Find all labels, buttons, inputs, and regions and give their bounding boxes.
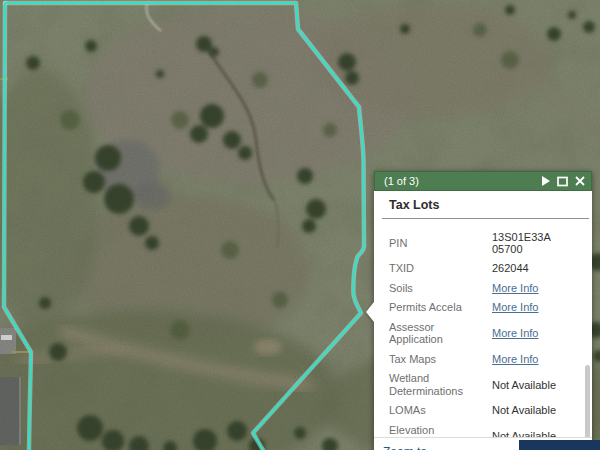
field-value: Not Available (492, 379, 556, 391)
field-value: 262044 (492, 262, 529, 274)
title-divider (382, 218, 589, 219)
field-label: LOMAs (389, 404, 492, 417)
bottom-right-navy-bar (519, 440, 600, 450)
map-application-window: (1 of 3) Tax Lots PIN13S01E33A 05700TXID… (0, 0, 600, 450)
field-table: PIN13S01E33A 05700TXID262044SoilsMore In… (374, 231, 592, 437)
field-label: PIN (389, 237, 492, 250)
field-row: Assessor ApplicationMore Info (389, 321, 582, 346)
popup-scrollbar[interactable] (585, 365, 590, 437)
field-label: Soils (389, 282, 492, 295)
popup-title: Tax Lots (389, 198, 592, 212)
field-row: TXID262044 (389, 262, 582, 275)
field-row: PIN13S01E33A 05700 (389, 231, 582, 255)
field-label: Permits Accela (389, 301, 492, 314)
field-label: Wetland Determinations (389, 372, 492, 397)
field-row: Permits AccelaMore Info (389, 301, 582, 314)
popup-body[interactable]: Tax Lots PIN13S01E33A 05700TXID262044Soi… (374, 191, 592, 437)
maximize-icon[interactable] (557, 176, 568, 187)
popup-header[interactable]: (1 of 3) (374, 171, 592, 191)
zoom-to-link[interactable]: Zoom to (383, 445, 427, 450)
close-icon[interactable] (575, 176, 585, 186)
popup-tax-lots: (1 of 3) Tax Lots PIN13S01E33A 05700TXID… (374, 171, 592, 450)
field-value: Not Available (492, 404, 556, 416)
next-feature-icon[interactable] (542, 176, 550, 186)
more-info-link[interactable]: More Info (492, 353, 538, 365)
field-row: LOMAsNot Available (389, 404, 582, 417)
field-label: Tax Maps (389, 353, 492, 366)
field-value: Not Available (492, 430, 556, 437)
popup-header-icons (542, 176, 585, 187)
more-info-link[interactable]: More Info (492, 327, 538, 339)
field-row: Elevation CertificatesNot Available (389, 424, 582, 438)
field-label: TXID (389, 262, 492, 275)
more-info-link[interactable]: More Info (492, 301, 538, 313)
popup-pagination: (1 of 3) (384, 171, 542, 191)
field-row: Wetland DeterminationsNot Available (389, 372, 582, 397)
more-info-link[interactable]: More Info (492, 282, 538, 294)
field-row: SoilsMore Info (389, 282, 582, 295)
field-label: Elevation Certificates (389, 424, 492, 438)
field-value: 13S01E33A 05700 (492, 231, 582, 255)
popup-pointer (366, 302, 374, 322)
field-label: Assessor Application (389, 321, 492, 346)
field-row: Tax MapsMore Info (389, 353, 582, 366)
